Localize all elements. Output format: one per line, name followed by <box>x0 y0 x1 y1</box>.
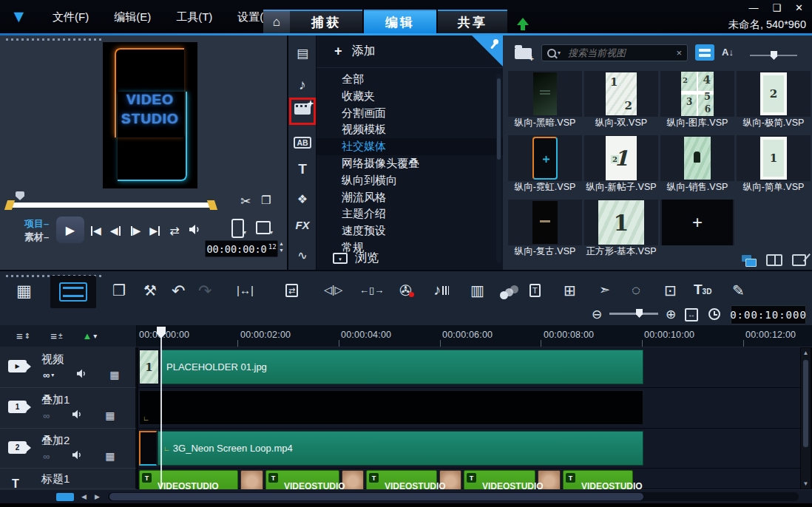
clip-title[interactable]: TVIDEOSTUDIO <box>366 470 437 489</box>
timeline-zoom-slider[interactable] <box>609 313 658 315</box>
redo-icon[interactable]: ↷ <box>198 282 212 301</box>
category-trend-style[interactable]: 潮流风格 <box>317 189 503 206</box>
menu-tools[interactable]: 工具(T) <box>163 10 225 24</box>
template-item[interactable]: 纵向-复古.VSP <box>508 198 582 262</box>
tab-share[interactable]: 共享 <box>438 10 507 33</box>
scrollbar-thumb[interactable] <box>803 360 808 447</box>
clear-search-icon[interactable]: × <box>676 47 682 58</box>
template-item[interactable]: 1 2 纵向-新帖子.VSP <box>584 134 658 198</box>
slider-thumb[interactable] <box>771 51 777 60</box>
subtitle-editor-icon[interactable]: T <box>530 284 541 297</box>
device-preview-icon[interactable] <box>231 219 244 238</box>
columns-view-icon[interactable] <box>766 254 782 266</box>
scrubber-bar[interactable] <box>12 203 210 208</box>
view-mode-button[interactable] <box>695 44 714 61</box>
template-item[interactable]: 1 纵向-简单.VSP <box>737 134 811 198</box>
spinner-up-icon[interactable]: ▲ <box>279 241 284 246</box>
template-item[interactable]: 1 2 纵向-双.VSP <box>584 69 658 134</box>
color-grading-icon[interactable] <box>500 286 519 299</box>
horizontal-scrollbar[interactable] <box>108 492 799 501</box>
mode-project-label[interactable]: 项目– <box>24 217 49 231</box>
track-motion-icon[interactable]: ⊡ <box>664 282 677 299</box>
scroll-right-icon[interactable]: ▶ <box>95 493 100 500</box>
vertical-scrollbar[interactable]: ▲ ▼ <box>801 348 811 489</box>
storyboard-view-icon[interactable]: ▦ <box>16 282 32 301</box>
timeline-scroll-icon[interactable] <box>56 493 74 501</box>
split-view-icon[interactable]: ◁|▷ <box>324 284 342 296</box>
tab-edit[interactable]: 编辑 <box>364 10 436 33</box>
zoom-in-icon[interactable]: ⊕ <box>666 307 676 322</box>
record-capture-icon[interactable]: ✇ <box>399 282 412 299</box>
tab-capture[interactable]: 捕获 <box>290 10 362 33</box>
mask-creator-icon[interactable]: ◌ <box>632 282 640 299</box>
scroll-left-icon[interactable]: ◀ <box>81 493 87 500</box>
audio-library-icon[interactable]: ♪ <box>288 77 317 93</box>
category-portrait-to-landscape[interactable]: 纵向到横向 <box>317 172 503 189</box>
fit-project-icon[interactable]: ↔ <box>685 308 698 321</box>
clip-video[interactable]: PLACEHOLDER 01.jpg <box>160 350 643 384</box>
category-favorites[interactable]: 收藏夹 <box>317 88 503 105</box>
sort-icon[interactable]: A↓ <box>722 47 734 58</box>
timeline-view-icon[interactable] <box>50 276 96 308</box>
graphics-library-icon[interactable]: ❖ <box>288 192 317 206</box>
sound-mixer-icon[interactable]: ♪ <box>433 282 449 299</box>
next-frame-button[interactable]: ▶ <box>130 225 141 237</box>
category-split-screen[interactable]: 分割画面 <box>317 105 503 122</box>
upload-arrow-icon[interactable] <box>517 12 529 28</box>
template-item[interactable]: 纵向-销售.VSP <box>660 134 734 198</box>
home-button[interactable]: ⌂ <box>263 10 290 33</box>
link-tracks-icon[interactable]: ∞ <box>43 451 50 462</box>
add-remove-track-icon[interactable]: ≡± <box>50 330 62 342</box>
add-folder-icon[interactable]: + <box>515 48 532 59</box>
chevron-down-icon[interactable]: ▾ <box>243 229 246 236</box>
scroll-up-icon[interactable]: ▲ <box>801 350 811 356</box>
clip-title[interactable]: TVIDEOSTUDIO <box>464 470 535 489</box>
seek-end-button[interactable]: ▶ <box>149 225 160 237</box>
clip-title[interactable]: TVIDEOSTUDIO <box>265 470 339 489</box>
minimize-button[interactable]: — <box>748 2 758 13</box>
filter-library-icon[interactable]: FX <box>288 219 317 231</box>
timecode-spinner[interactable]: ▲ ▼ <box>279 241 284 253</box>
track-transparency-icon[interactable]: ▦ <box>109 369 119 381</box>
category-social-media[interactable]: 社交媒体 <box>317 138 503 155</box>
search-input[interactable] <box>566 47 676 59</box>
track-transparency-icon[interactable]: ▦ <box>105 450 115 462</box>
edit-template-icon[interactable] <box>792 254 806 266</box>
trim-marker[interactable] <box>16 191 24 200</box>
zoom-out-icon[interactable]: ⊖ <box>592 307 602 322</box>
split-clip-icon[interactable]: ✂ <box>240 194 251 209</box>
clip-thumbnail[interactable] <box>240 470 263 489</box>
clip-thumbnail[interactable] <box>139 431 157 466</box>
scroll-down-icon[interactable]: ▼ <box>801 480 811 487</box>
play-button[interactable]: ▶ <box>56 217 84 243</box>
tools-icon[interactable]: ⚒ <box>143 282 157 299</box>
transition-library-icon[interactable]: AB <box>288 135 317 149</box>
toolbar-timecode[interactable]: 0:00:10:000 <box>731 305 806 324</box>
snapshot-icon[interactable]: ❐ <box>261 194 271 207</box>
template-item[interactable]: 纵向-霓虹.VSP <box>508 134 582 198</box>
slider-thumb[interactable] <box>636 309 643 318</box>
prev-frame-button[interactable]: ◀ <box>110 225 121 237</box>
split-screen-template-icon[interactable]: ⊞ <box>564 282 576 299</box>
motion-path-library-icon[interactable]: ∿ <box>288 248 317 262</box>
clip-overlay2[interactable]: ∟ 3G_Neon Screen Loop.mp4 <box>158 431 643 466</box>
playhead-line[interactable] <box>160 330 162 488</box>
menu-edit[interactable]: 编辑(E) <box>101 10 163 24</box>
copy-icon[interactable]: ❐ <box>112 282 126 299</box>
category-speed-preset[interactable]: 速度预设 <box>317 222 503 239</box>
clip-thumbnail[interactable]: 1 <box>139 350 159 384</box>
category-webcam-overlay[interactable]: 网络摄像头覆叠 <box>317 155 503 172</box>
clip-title[interactable]: TVIDEOSTUDIO <box>563 470 633 489</box>
preview-timecode[interactable]: 00:00:00:012 <box>205 240 278 257</box>
seek-start-button[interactable]: ◀ <box>90 225 101 237</box>
resize-mode-icon[interactable] <box>256 221 271 234</box>
template-item[interactable]: 2 纵向-极简.VSP <box>737 69 811 134</box>
browse-button[interactable]: ▾ 浏览 <box>317 248 503 268</box>
link-tracks-icon[interactable]: ∞▾ <box>43 370 54 381</box>
search-box[interactable]: ▾ × <box>541 44 688 61</box>
category-theme-intro[interactable]: 主题介绍 <box>317 205 503 222</box>
maximize-button[interactable]: ❑ <box>772 2 781 13</box>
chapter-marker-icon[interactable]: ▲▾ <box>82 330 97 341</box>
ripple-edit-icon[interactable]: |↔| <box>237 284 254 296</box>
paint-creator-icon[interactable]: ✎ <box>732 282 745 299</box>
